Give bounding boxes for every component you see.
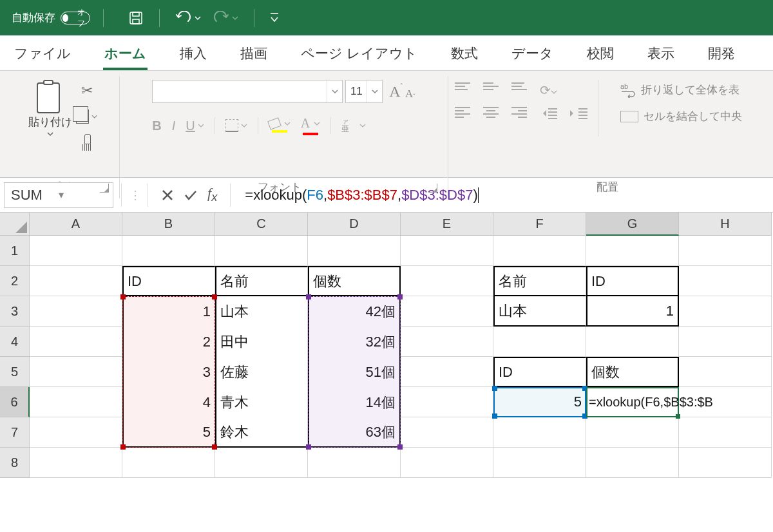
cell-B5[interactable]: 3 (122, 357, 215, 387)
col-header-A[interactable]: A (30, 213, 122, 236)
orientation-button[interactable]: ⟳ (540, 82, 557, 98)
merge-cells-button[interactable]: セルを結合して中央 (620, 109, 742, 124)
col-header-G[interactable]: G (586, 213, 679, 236)
cell-C5[interactable]: 佐藤 (215, 357, 308, 387)
row-header-1[interactable]: 1 (0, 236, 30, 266)
paste-button[interactable]: 貼り付け (28, 80, 72, 137)
col-header-B[interactable]: B (122, 213, 215, 236)
tab-home[interactable]: ホーム (100, 38, 150, 70)
row-header-6[interactable]: 6 (0, 387, 30, 417)
col-header-D[interactable]: D (308, 213, 401, 236)
wrap-text-button[interactable]: 折り返して全体を表 (620, 82, 742, 97)
tab-formulas[interactable]: 数式 (447, 38, 482, 70)
cell-B3[interactable]: 1 (122, 296, 215, 327)
cell-H1[interactable] (679, 236, 772, 266)
decrease-indent-button[interactable] (540, 107, 557, 120)
chevron-down-icon[interactable] (359, 123, 366, 128)
dialog-launcher[interactable] (100, 184, 109, 193)
chevron-down-icon[interactable]: ▾ (59, 189, 106, 201)
cell-D8[interactable] (308, 448, 401, 478)
cell-G1[interactable] (586, 236, 679, 266)
autosave-toggle[interactable]: 自動保存 オフ (12, 10, 90, 25)
cell-E8[interactable] (401, 448, 493, 478)
align-bottom-button[interactable] (511, 82, 527, 95)
cell-B8[interactable] (122, 448, 215, 478)
chevron-down-icon[interactable] (327, 81, 342, 102)
col-header-E[interactable]: E (401, 213, 493, 236)
cancel-formula-button[interactable] (156, 184, 179, 207)
undo-button[interactable] (175, 11, 201, 25)
cell-D1[interactable] (308, 236, 401, 266)
cell-H5[interactable] (679, 357, 772, 387)
chevron-down-icon[interactable] (367, 81, 382, 102)
border-button[interactable] (225, 119, 247, 132)
cell-A5[interactable] (30, 357, 122, 387)
cell-B4[interactable]: 2 (122, 327, 215, 357)
cell-D3[interactable]: 42個 (308, 296, 401, 327)
cell-F1[interactable] (493, 236, 586, 266)
cell-E1[interactable] (401, 236, 493, 266)
cell-B1[interactable] (122, 236, 215, 266)
cell-G8[interactable] (586, 448, 679, 478)
font-color-button[interactable]: A (301, 116, 320, 135)
cell-C3[interactable]: 山本 (215, 296, 308, 327)
cell-A6[interactable] (30, 387, 122, 417)
select-all-button[interactable] (0, 213, 30, 236)
cell-A4[interactable] (30, 327, 122, 357)
bold-button[interactable]: B (152, 119, 161, 133)
cell-B2[interactable]: ID (122, 266, 215, 296)
cell-E7[interactable] (401, 417, 493, 448)
cell-F7[interactable] (493, 417, 586, 448)
row-header-2[interactable]: 2 (0, 266, 30, 296)
cell-F3[interactable]: 山本 (493, 296, 586, 327)
cell-D2[interactable]: 個数 (308, 266, 401, 296)
cell-C8[interactable] (215, 448, 308, 478)
cell-C2[interactable]: 名前 (215, 266, 308, 296)
row-header-7[interactable]: 7 (0, 417, 30, 448)
cell-A1[interactable] (30, 236, 122, 266)
cell-A2[interactable] (30, 266, 122, 296)
tab-developer[interactable]: 開発 (704, 38, 739, 70)
row-header-3[interactable]: 3 (0, 296, 30, 327)
cell-H3[interactable] (679, 296, 772, 327)
chevron-down-icon[interactable] (46, 131, 54, 137)
cell-A3[interactable] (30, 296, 122, 327)
cell-E4[interactable] (401, 327, 493, 357)
cell-F4[interactable] (493, 327, 586, 357)
col-header-C[interactable]: C (215, 213, 308, 236)
dialog-launcher[interactable] (428, 184, 437, 193)
cell-H4[interactable] (679, 327, 772, 357)
row-header-8[interactable]: 8 (0, 448, 30, 478)
cell-B6[interactable]: 4 (122, 387, 215, 417)
cell-G4[interactable] (586, 327, 679, 357)
spreadsheet-grid[interactable]: A B C D E F G H 1 2 ID 名前 個数 名前 (0, 213, 773, 478)
name-box[interactable]: SUM ▾ (4, 182, 113, 208)
cell-D7[interactable]: 63個 (308, 417, 401, 448)
cell-C7[interactable]: 鈴木 (215, 417, 308, 448)
tab-file[interactable]: ファイル (10, 38, 75, 70)
cell-F2[interactable]: 名前 (493, 266, 586, 296)
font-name-input[interactable] (153, 86, 327, 97)
row-header-5[interactable]: 5 (0, 357, 30, 387)
enter-formula-button[interactable] (179, 184, 202, 207)
cell-E2[interactable] (401, 266, 493, 296)
increase-indent-button[interactable] (570, 107, 587, 120)
cell-D4[interactable]: 32個 (308, 327, 401, 357)
cell-G7[interactable] (586, 417, 679, 448)
italic-button[interactable]: I (172, 119, 176, 133)
grow-font-button[interactable]: Aˆ (389, 83, 403, 100)
font-size-combo[interactable]: 11 (345, 80, 383, 103)
cell-C1[interactable] (215, 236, 308, 266)
row-header-4[interactable]: 4 (0, 327, 30, 357)
phonetic-button[interactable]: ア亜 (341, 119, 349, 133)
toggle-switch[interactable]: オフ (61, 12, 90, 24)
cell-D6[interactable]: 14個 (308, 387, 401, 417)
col-header-H[interactable]: H (679, 213, 772, 236)
drag-handle[interactable]: ⋮ (129, 188, 140, 202)
cell-D5[interactable]: 51個 (308, 357, 401, 387)
align-middle-button[interactable] (483, 82, 499, 95)
copy-button[interactable] (76, 107, 98, 126)
format-painter-button[interactable] (76, 133, 98, 152)
cell-G2[interactable]: ID (586, 266, 679, 296)
align-right-button[interactable] (511, 107, 527, 120)
